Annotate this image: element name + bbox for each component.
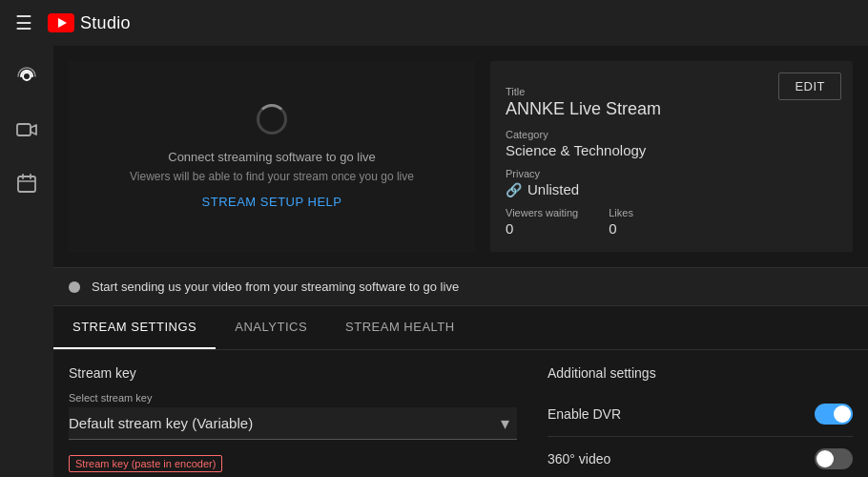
likes-value: 0 — [609, 220, 633, 237]
video-360-label: 360° video — [548, 451, 610, 467]
go-live-dot — [69, 281, 80, 293]
stream-key-section: Stream key Select stream key Default str… — [69, 365, 517, 477]
likes-col: Likes 0 — [609, 207, 633, 237]
hamburger-icon[interactable]: ☰ — [15, 11, 32, 34]
privacy-row: 🔗 Unlisted — [506, 181, 837, 197]
edit-button[interactable]: EDIT — [778, 73, 841, 100]
category-label: Category — [506, 129, 837, 140]
viewers-value: 0 — [506, 220, 578, 237]
sidebar-item-calendar[interactable] — [4, 160, 50, 206]
additional-settings-section: Additional settings Enable DVR 360° vide… — [548, 365, 853, 477]
select-label: Select stream key — [69, 392, 517, 404]
stream-key-title: Stream key — [69, 365, 517, 381]
video-360-toggle-knob — [816, 450, 834, 467]
viewers-label: Viewers waiting — [506, 207, 578, 218]
additional-settings-title: Additional settings — [548, 365, 853, 381]
video-360-toggle-row: 360° video — [548, 437, 853, 477]
tab-analytics[interactable]: ANALYTICS — [216, 306, 326, 349]
settings-area: Stream key Select stream key Default str… — [53, 350, 868, 477]
dvr-toggle-row: Enable DVR — [548, 392, 853, 437]
svg-point-2 — [23, 73, 31, 80]
viewers-text: Viewers will be able to find your stream… — [130, 170, 414, 183]
preview-video: Connect streaming software to go live Vi… — [69, 61, 475, 252]
logo: Studio — [48, 13, 131, 33]
topnav: ☰ Studio — [0, 0, 868, 46]
go-live-text: Start sending us your video from your st… — [92, 280, 459, 294]
privacy-icon: 🔗 — [506, 182, 522, 197]
youtube-icon — [48, 13, 74, 32]
stream-key-dropdown-wrapper: Default stream key (Variable) Custom str… — [69, 407, 517, 440]
camera-icon — [16, 119, 37, 140]
connect-text: Connect streaming software to go live — [168, 150, 376, 164]
tab-stream-settings[interactable]: STREAM SETTINGS — [53, 306, 216, 349]
sidebar — [0, 46, 53, 477]
live-icon — [16, 66, 37, 87]
main-layout: Connect streaming software to go live Vi… — [0, 46, 868, 477]
dvr-label: Enable DVR — [548, 406, 621, 422]
viewers-col: Viewers waiting 0 — [506, 207, 578, 237]
stream-preview: Connect streaming software to go live Vi… — [53, 46, 868, 268]
stream-title: ANNKE Live Stream — [506, 99, 837, 119]
svg-rect-5 — [18, 176, 35, 192]
sidebar-item-camera[interactable] — [4, 107, 50, 153]
stream-key-field-wrapper: ➜ Stream key (paste in encoder) RESET — [69, 455, 517, 477]
likes-label: Likes — [609, 207, 633, 218]
go-live-bar: Start sending us your video from your st… — [53, 268, 868, 306]
dvr-toggle[interactable] — [815, 404, 853, 425]
dvr-toggle-knob — [834, 405, 851, 423]
svg-marker-4 — [31, 125, 36, 135]
privacy-label: Privacy — [506, 168, 837, 179]
brand-label: Studio — [80, 13, 131, 33]
stream-setup-link[interactable]: STREAM SETUP HELP — [202, 195, 342, 209]
tab-stream-health[interactable]: STREAM HEALTH — [326, 306, 474, 349]
calendar-icon — [16, 173, 37, 194]
video-360-toggle[interactable] — [815, 448, 853, 469]
content: Connect streaming software to go live Vi… — [53, 46, 868, 477]
svg-rect-3 — [17, 124, 31, 135]
stats-row: Viewers waiting 0 Likes 0 — [506, 207, 837, 237]
stream-info-panel: EDIT Title ANNKE Live Stream Category Sc… — [490, 61, 853, 252]
stream-category: Science & Technology — [506, 142, 837, 158]
privacy-value: Unlisted — [527, 181, 579, 197]
stream-key-label: Stream key (paste in encoder) — [69, 455, 222, 472]
tabs-bar: STREAM SETTINGS ANALYTICS STREAM HEALTH — [53, 306, 868, 350]
stream-key-select[interactable]: Default stream key (Variable) Custom str… — [69, 407, 517, 440]
sidebar-item-live[interactable] — [4, 53, 50, 99]
loading-spinner — [257, 104, 287, 135]
